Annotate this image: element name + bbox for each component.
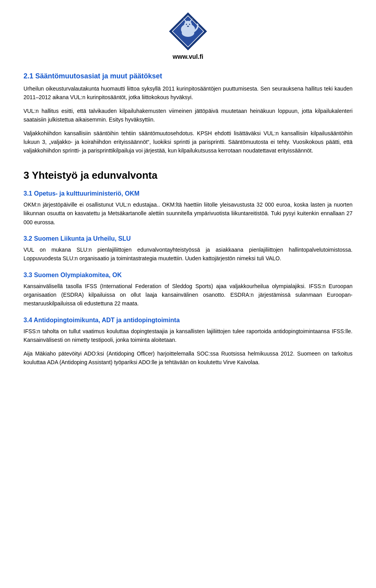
- section-3-4-para2: Aija Mäkiaho pätevöityi ADO:ksi (Antidop…: [24, 349, 352, 367]
- section-2-1-para2: VUL:n hallitus esitti, että talvikauden …: [24, 107, 352, 124]
- section-3-1-para1: OKM:n järjestöpäiville ei osallistunut V…: [24, 200, 352, 227]
- website-url: www.vul.fi: [173, 53, 204, 60]
- section-3-3: 3.3 Suomen Olympiakomitea, OK Kansainväl…: [24, 272, 352, 308]
- section-3-4-heading: 3.4 Antidopingtoimikunta, ADT ja antidop…: [24, 317, 352, 324]
- section-3-3-heading: 3.3 Suomen Olympiakomitea, OK: [24, 272, 352, 279]
- section-2-1-heading: 2.1 Sääntömuutosasiat ja muut päätökset: [24, 72, 352, 80]
- section-3: 3 Yhteistyö ja edunvalvonta: [24, 169, 352, 181]
- section-3-2-para1: VUL on mukana SLU:n pienlajiliittojen ed…: [24, 245, 352, 263]
- section-2-1-para1: Urheilun oikeusturvalautakunta huomautti…: [24, 84, 352, 102]
- section-3-3-para1: Kansainvälisellä tasolla IFSS (Internati…: [24, 282, 352, 308]
- section-3-2-heading: 3.2 Suomen Liikunta ja Urheilu, SLU: [24, 235, 352, 242]
- section-3-4: 3.4 Antidopingtoimikunta, ADT ja antidop…: [24, 317, 352, 367]
- section-3-4-para1: IFSS:n taholta on tullut vaatimus koulut…: [24, 327, 352, 345]
- svg-point-6: [186, 24, 187, 25]
- section-3-1-heading: 3.1 Opetus- ja kulttuuriministeriö, OKM: [24, 190, 352, 197]
- logo-section: www.vul.fi: [24, 8, 352, 60]
- svg-point-9: [182, 29, 194, 37]
- page-container: www.vul.fi 2.1 Sääntömuutosasiat ja muut…: [0, 0, 376, 387]
- section-2-1-para3: Valjakkohiihdon kansallisiin sääntöihin …: [24, 129, 352, 155]
- section-3-2: 3.2 Suomen Liikunta ja Urheilu, SLU VUL …: [24, 235, 352, 263]
- vul-logo: [168, 12, 208, 51]
- section-3-heading: 3 Yhteistyö ja edunvalvonta: [24, 169, 352, 181]
- section-2-1: 2.1 Sääntömuutosasiat ja muut päätökset …: [24, 72, 352, 155]
- svg-point-8: [187, 26, 189, 27]
- svg-point-7: [189, 24, 190, 25]
- section-3-1: 3.1 Opetus- ja kulttuuriministeriö, OKM …: [24, 190, 352, 227]
